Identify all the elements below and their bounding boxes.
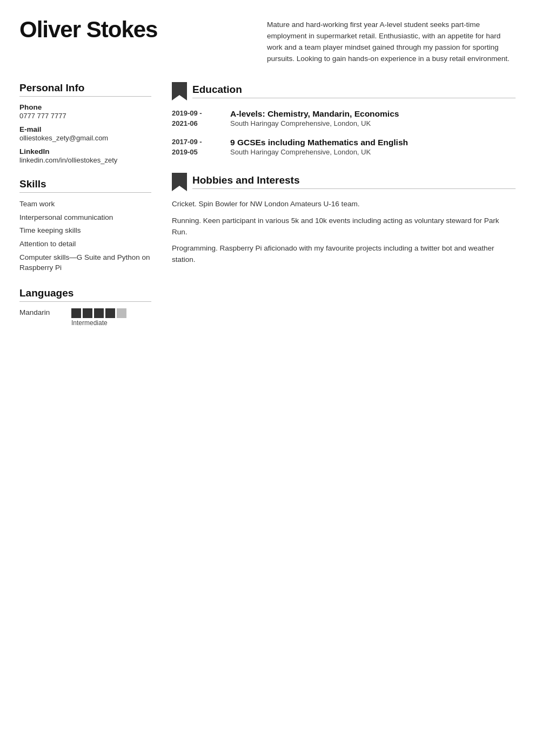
skill-item: Attention to detail	[19, 239, 151, 249]
hobbies-list: Cricket. Spin Bowler for NW London Amate…	[172, 199, 516, 266]
phone-label: Phone	[19, 103, 151, 111]
svg-marker-0	[172, 82, 187, 100]
skills-title: Skills	[19, 178, 151, 193]
hobby-entry: Programming. Raspberry Pi aficionado wit…	[172, 243, 516, 266]
languages-title: Languages	[19, 287, 151, 302]
language-name: Mandarin	[19, 308, 58, 316]
lang-bar-filled	[71, 308, 81, 318]
header: Oliver Stokes Mature and hard-working fi…	[19, 17, 516, 65]
resume-page: Oliver Stokes Mature and hard-working fi…	[0, 0, 535, 756]
hobbies-title: Hobbies and Interests	[192, 174, 516, 189]
edu-degree: A-levels: Chemistry, Mandarin, Economics	[230, 108, 399, 120]
skill-item: Time keeping skills	[19, 226, 151, 236]
edu-details: A-levels: Chemistry, Mandarin, Economics…	[230, 108, 399, 129]
skills-list: Team workInterpersonal communicationTime…	[19, 199, 151, 273]
candidate-name: Oliver Stokes	[19, 17, 157, 42]
edu-entry: 2019-09 -2021-06A-levels: Chemistry, Man…	[172, 108, 516, 129]
personal-info-title: Personal Info	[19, 82, 151, 97]
hobby-entry: Cricket. Spin Bowler for NW London Amate…	[172, 199, 516, 210]
bookmark-icon-hobbies	[172, 173, 187, 191]
edu-degree: 9 GCSEs including Mathematics and Englis…	[230, 137, 408, 148]
left-column: Personal Info Phone 0777 777 7777 E-mail…	[19, 82, 166, 341]
skills-section: Skills Team workInterpersonal communicat…	[19, 178, 151, 273]
skill-item: Computer skills—G Suite and Python on Ra…	[19, 253, 151, 273]
phone-value: 0777 777 7777	[19, 112, 151, 120]
right-column: Education 2019-09 -2021-06A-levels: Chem…	[166, 82, 516, 341]
bookmark-icon	[172, 82, 187, 100]
lang-bar-filled	[94, 308, 104, 318]
language-level: Intermediate	[71, 319, 108, 327]
education-section: Education 2019-09 -2021-06A-levels: Chem…	[172, 82, 516, 158]
skill-item: Team work	[19, 199, 151, 210]
skill-item: Interpersonal communication	[19, 213, 151, 223]
email-label: E-mail	[19, 125, 151, 133]
language-row: MandarinIntermediate	[19, 308, 151, 327]
candidate-summary: Mature and hard-working first year A-lev…	[267, 17, 516, 65]
lang-bar-filled	[105, 308, 115, 318]
languages-list: MandarinIntermediate	[19, 308, 151, 327]
edu-entry: 2017-09 -2019-059 GCSEs including Mathem…	[172, 137, 516, 158]
languages-section: Languages MandarinIntermediate	[19, 287, 151, 327]
edu-school: South Haringay Comprehensive, London, UK	[230, 119, 399, 127]
hobby-entry: Running. Keen participant in various 5k …	[172, 215, 516, 238]
linkedin-value: linkedin.com/in/olliestokes_zety	[19, 156, 151, 164]
lang-bar-empty	[117, 308, 126, 318]
language-bars	[71, 308, 126, 318]
linkedin-label: LinkedIn	[19, 147, 151, 156]
edu-dates: 2017-09 -2019-05	[172, 137, 220, 158]
education-header: Education	[172, 82, 516, 100]
education-list: 2019-09 -2021-06A-levels: Chemistry, Man…	[172, 108, 516, 158]
personal-info-section: Personal Info Phone 0777 777 7777 E-mail…	[19, 82, 151, 164]
education-title: Education	[192, 84, 516, 98]
edu-details: 9 GCSEs including Mathematics and Englis…	[230, 137, 408, 158]
hobbies-header: Hobbies and Interests	[172, 173, 516, 191]
hobbies-section: Hobbies and Interests Cricket. Spin Bowl…	[172, 173, 516, 266]
lang-bar-filled	[83, 308, 92, 318]
edu-school: South Haringay Comprehensive, London, UK	[230, 148, 408, 156]
main-layout: Personal Info Phone 0777 777 7777 E-mail…	[19, 82, 516, 341]
language-right: Intermediate	[71, 308, 126, 327]
svg-marker-1	[172, 173, 187, 191]
email-value: olliestokes_zety@gmail.com	[19, 134, 151, 142]
edu-dates: 2019-09 -2021-06	[172, 108, 220, 129]
